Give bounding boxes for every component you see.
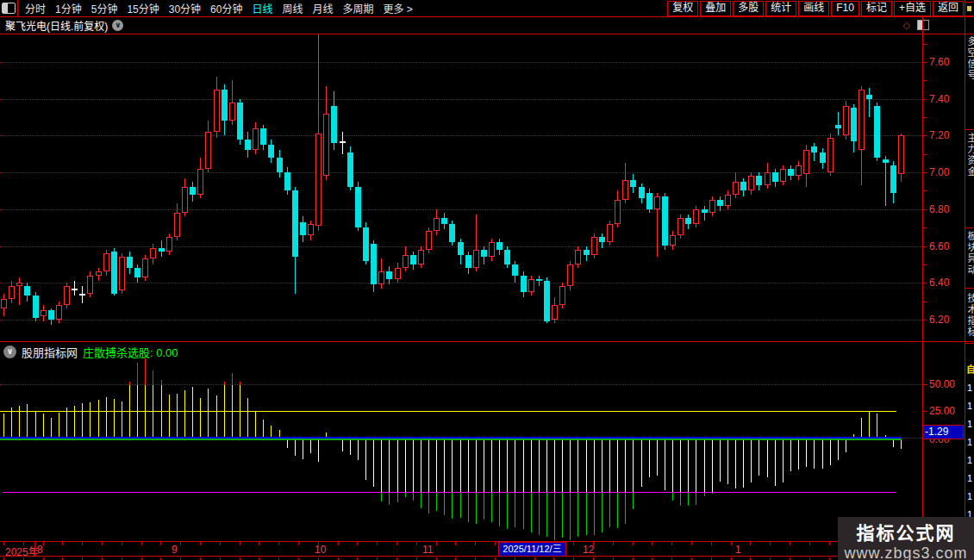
candle-body (386, 271, 392, 279)
toolbar-button[interactable]: F10 (831, 1, 859, 16)
indicator-bar-negative (625, 439, 626, 492)
period-menu-item[interactable]: 日线 (252, 1, 272, 16)
indicator-bar-hot (161, 380, 162, 385)
indicator-bar-negative (381, 439, 382, 492)
indicator-panel[interactable]: ∨ 股朋指标网 庄散搏杀选股: 0.00 (0, 342, 922, 541)
sidebar-divider (965, 288, 974, 289)
panel-layout-icon[interactable] (917, 20, 929, 30)
toolbar-button[interactable]: 画线 (798, 1, 829, 16)
diamond-icon[interactable]: ◇ (903, 20, 910, 31)
date-tick (495, 542, 496, 545)
indicator-bar-positive (224, 385, 225, 439)
chevron-down-icon[interactable]: ∨ (112, 20, 123, 31)
indicator-bar-deep (452, 492, 453, 519)
indicator-bar-negative (460, 439, 461, 492)
indicator-bar-negative (759, 439, 759, 476)
indicator-bar-positive (35, 411, 36, 439)
indicator-bar-negative (539, 439, 540, 492)
indicator-bar-positive (161, 385, 162, 439)
indicator-bar-deep (476, 492, 477, 524)
sidebar-vertical-text[interactable]: 多空信号 (966, 36, 974, 81)
indicator-bar-positive (169, 395, 170, 439)
indicator-bar-positive (27, 404, 28, 439)
candlestick-chart[interactable] (0, 34, 922, 341)
selected-date-badge: 2025/11/12/三 (498, 542, 566, 557)
indicator-bar-deep (499, 492, 500, 526)
candle-body (670, 235, 676, 246)
candle-body (536, 279, 542, 281)
indicator-bar-negative (680, 439, 681, 492)
price-axis-label: 7.00 (929, 166, 949, 178)
toolbar-button[interactable]: 叠加 (700, 1, 731, 16)
toolbar-button[interactable]: 复权 (667, 1, 698, 16)
candle-body (33, 296, 39, 318)
period-menu-item[interactable]: 1分钟 (55, 1, 82, 16)
period-menu-item[interactable]: 分时 (25, 1, 46, 16)
indicator-axis-upper: 50.00 (929, 378, 955, 390)
date-tick (298, 542, 299, 545)
date-tick (43, 542, 44, 545)
candle-body (142, 258, 148, 277)
indicator-bar-positive (861, 418, 862, 439)
candle-body (315, 134, 322, 226)
toolbar-button[interactable]: 返回 (933, 1, 964, 16)
candle-body (197, 169, 203, 195)
sidebar-vertical-text[interactable]: 板块异动 (966, 231, 974, 276)
chevron-down-icon[interactable]: ∨ (3, 345, 16, 358)
period-menu-item[interactable]: 更多 > (384, 1, 413, 16)
indicator-bar-deep (546, 492, 547, 537)
candle-body (544, 281, 550, 321)
toolbar-button[interactable]: 统计 (765, 1, 796, 16)
price-axis-label: 6.60 (929, 240, 949, 252)
period-menu-item[interactable]: 30分钟 (169, 1, 201, 16)
indicator-bar-negative (727, 439, 728, 484)
indicator-bar-negative (350, 439, 351, 455)
candle-body (159, 248, 165, 252)
candle-body (48, 310, 54, 320)
sidebar-digit: 1 (967, 437, 972, 447)
indicator-bar-negative (484, 439, 484, 492)
candle-body (214, 90, 220, 132)
sidebar-vertical-text[interactable]: 主力资金 (966, 133, 974, 177)
price-axis: 7.607.407.207.006.806.606.406.20 (922, 34, 965, 341)
candle-body (858, 90, 865, 150)
period-menu-item[interactable]: 15分钟 (127, 1, 159, 16)
date-tick (671, 542, 672, 545)
indicator-bar-deep (389, 492, 390, 505)
sidebar-vertical-text[interactable]: 技术指标 (966, 293, 974, 338)
candle-body (599, 237, 605, 242)
price-gridline (0, 135, 922, 136)
date-tick (829, 542, 830, 545)
month-label: 8 (37, 544, 43, 556)
indicator-bar-positive (66, 408, 67, 439)
period-menu-item[interactable]: 多周期 (343, 1, 374, 16)
indicator-bar-negative (397, 439, 398, 492)
toolbar-button[interactable]: +自选 (894, 1, 931, 16)
date-tick (160, 542, 161, 545)
panel-toggle-button[interactable] (0, 0, 18, 16)
period-menu-item[interactable]: 5分钟 (91, 1, 118, 16)
indicator-bar-negative (436, 439, 437, 492)
price-axis-label: 6.40 (929, 277, 949, 289)
toolbar-button[interactable]: 多股 (733, 1, 764, 16)
corner-icon[interactable] (965, 2, 974, 16)
period-menu-item[interactable]: 周线 (282, 1, 303, 16)
right-sidebar[interactable]: 多空信号主力资金板块异动技术指标自11111111 (965, 0, 974, 560)
candle-body (119, 257, 125, 289)
candle-body (79, 294, 85, 296)
indicator-bar-hot (224, 382, 225, 385)
sidebar-tab-highlight[interactable]: 自 (966, 362, 974, 376)
period-menu-item[interactable]: 月线 (313, 1, 334, 16)
date-tick (790, 542, 790, 545)
candle-body (347, 152, 353, 188)
candle-body (72, 289, 78, 290)
toolbar-button[interactable]: 标记 (861, 1, 892, 16)
indicator-bar-negative (838, 439, 839, 460)
period-menu: 分时1分钟5分钟15分钟30分钟60分钟日线周线月线多周期更多 > (18, 1, 413, 16)
candle-body (827, 138, 834, 173)
indicator-bar-positive (59, 413, 59, 439)
indicator-bar-deep (421, 492, 421, 508)
period-menu-item[interactable]: 60分钟 (210, 1, 242, 16)
sidebar-divider (965, 343, 974, 344)
indicator-bar-deep (586, 492, 587, 535)
